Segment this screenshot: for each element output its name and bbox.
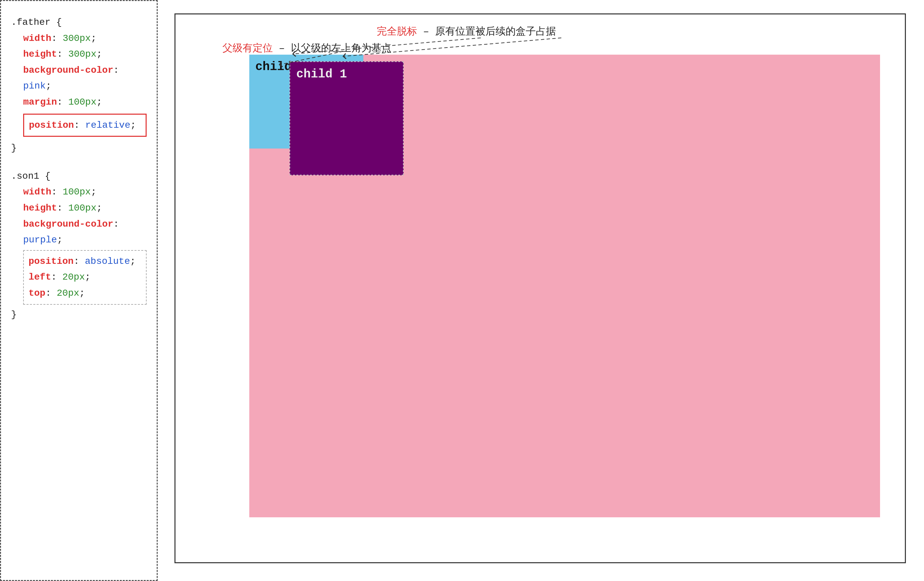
top-annotation-black-text: – 原有位置被后续的盒子占据 <box>417 26 556 38</box>
left-annotation-red-text: 父级有定位 <box>223 43 273 54</box>
son1-prop-left: left: 20px; <box>28 269 141 285</box>
child1-box: child 1 <box>290 61 404 175</box>
right-demo-panel: child 2 child 1 完全脱标 – 原有位置被后续的盒子占据 父级有定… <box>158 0 924 581</box>
son1-selector: .son1 { <box>11 168 147 184</box>
son1-prop-height: height: 100px; <box>23 200 147 216</box>
father-selector: .father { <box>11 15 147 31</box>
father-prop-position-highlighted: position: relative; <box>23 114 147 137</box>
son1-prop-bgcolor: background-color: purple; <box>23 216 147 248</box>
son1-prop-width: width: 100px; <box>23 184 147 200</box>
son1-code-block: .son1 { width: 100px; height: 100px; bac… <box>11 168 147 323</box>
father-prop-margin: margin: 100px; <box>23 94 147 110</box>
father-code-block: .father { width: 300px; height: 300px; b… <box>11 15 147 156</box>
left-annotation-black-text: – 以父级的左上角为基点 <box>273 43 391 54</box>
father-prop-bgcolor: background-color: pink; <box>23 63 147 94</box>
father-prop-height: height: 300px; <box>23 46 147 63</box>
father-prop-width: width: 300px; <box>23 31 147 47</box>
top-annotation-red-text: 完全脱标 <box>377 26 417 38</box>
son1-prop-position: position: absolute; <box>28 253 141 270</box>
son1-close-brace: } <box>11 307 147 323</box>
father-selector-text: .father { <box>11 17 62 28</box>
father-close-brace: } <box>11 140 147 156</box>
left-annotation: 父级有定位 – 以父级的左上角为基点 <box>223 41 391 55</box>
father-demo-box: child 2 child 1 <box>249 54 880 517</box>
top-annotation: 完全脱标 – 原有位置被后续的盒子占据 <box>377 25 556 38</box>
son1-prop-top: top: 20px; <box>28 285 141 301</box>
child1-label: child 1 <box>296 67 347 81</box>
son1-dashed-props: position: absolute; left: 20px; top: 20p… <box>23 250 147 305</box>
left-code-panel: .father { width: 300px; height: 300px; b… <box>0 0 158 581</box>
demo-outer-border: child 2 child 1 完全脱标 – 原有位置被后续的盒子占据 父级有定… <box>175 13 906 563</box>
